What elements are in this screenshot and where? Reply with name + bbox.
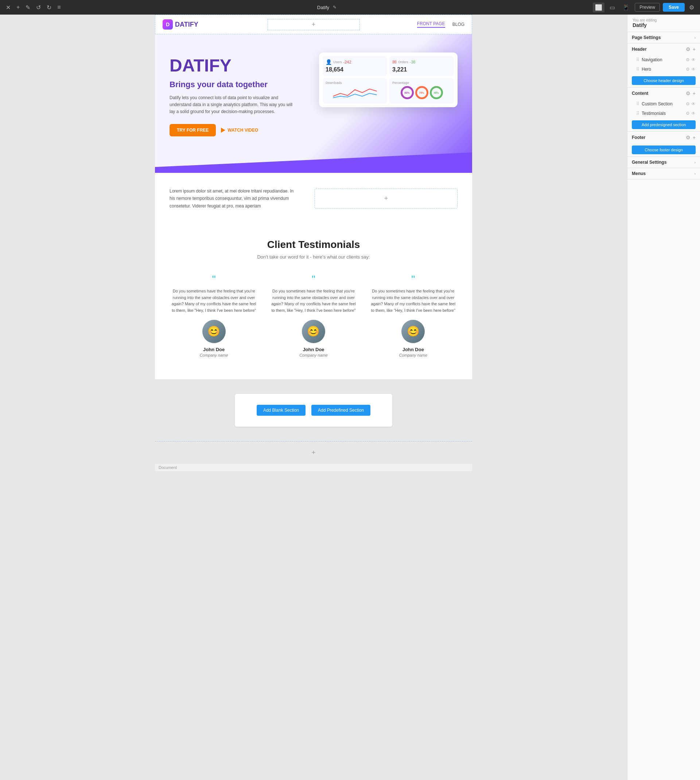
logo-icon: D bbox=[163, 19, 173, 30]
testimonial-company-2: Company name bbox=[269, 353, 358, 357]
sidebar-header-section: Header ⚙ + ⠿ Navigation ⚙ 👁 bbox=[627, 43, 700, 88]
dash-chart-downloads: Downloads bbox=[323, 78, 387, 103]
footer-add-button[interactable]: + bbox=[312, 449, 316, 457]
content-settings-icon[interactable]: ⚙ bbox=[686, 90, 690, 96]
dash-card-users: 👤 Users -242 18,654 bbox=[323, 56, 387, 76]
undo-icon[interactable]: ↺ bbox=[35, 3, 42, 12]
footer-section-header[interactable]: Footer ⚙ + bbox=[627, 132, 700, 143]
toolbar-left: ✕ + ✎ ↺ ↻ ≡ bbox=[4, 3, 62, 12]
main-layout: D DATIFY + FRONT PAGE BLOG DATIFY Brings… bbox=[0, 15, 700, 780]
hero-eye-icon[interactable]: 👁 bbox=[691, 67, 696, 72]
dash-orders-stat: 3,221 bbox=[392, 67, 451, 73]
dash-chart-percentage: Percentage 60% 75% 48% bbox=[389, 78, 454, 103]
testimonials-subtitle: Don't take our word for it - here's what… bbox=[170, 254, 458, 260]
header-add-icon[interactable]: + bbox=[693, 46, 696, 52]
preview-button[interactable]: Preview bbox=[635, 3, 660, 12]
testimonial-text-3: Do you sometimes have the feeling that y… bbox=[369, 288, 458, 313]
general-settings-label: General Settings bbox=[632, 160, 667, 165]
add-predesigned-section-button[interactable]: Add predesigned section bbox=[632, 120, 696, 129]
footer-add-icon[interactable]: + bbox=[693, 135, 696, 140]
content-add-icon[interactable]: + bbox=[693, 90, 696, 96]
testimonial-text-2: Do you sometimes have the feeling that y… bbox=[269, 288, 358, 313]
testimonials-item-label: Testimonials bbox=[642, 111, 666, 116]
page-settings-label: Page Settings bbox=[632, 35, 661, 40]
nav-drag-handle: ⠿ bbox=[636, 57, 640, 62]
footer-label: Footer bbox=[632, 135, 645, 140]
watch-video-button[interactable]: WATCH VIDEO bbox=[221, 128, 258, 133]
choose-footer-design-button[interactable]: Choose footer design bbox=[632, 145, 696, 154]
testimonial-name-1: John Doe bbox=[170, 347, 258, 352]
nav-eye-icon[interactable]: 👁 bbox=[691, 57, 696, 62]
dash-card-orders-header: ✉ Orders -38 bbox=[392, 59, 451, 65]
add-blank-section-button[interactable]: Add Blank Section bbox=[257, 405, 305, 416]
settings-button[interactable]: ⚙ bbox=[688, 3, 696, 12]
donut-purple-value: 60% bbox=[404, 92, 410, 94]
custom-item-label: Custom Section bbox=[642, 102, 673, 107]
menus-header[interactable]: Menus › bbox=[627, 168, 700, 179]
testimonial-name-3: John Doe bbox=[369, 347, 458, 352]
sidebar-item-custom-section[interactable]: ⠿ Custom Section ⚙ 👁 bbox=[627, 99, 700, 109]
dash-card-users-header: 👤 Users -242 bbox=[325, 59, 384, 65]
sidebar-item-hero[interactable]: ⠿ Hero ⚙ 👁 bbox=[627, 65, 700, 74]
choose-header-design-button[interactable]: Choose header design bbox=[632, 76, 696, 85]
hero-drag-handle: ⠿ bbox=[636, 67, 640, 72]
testimonials-eye-icon[interactable]: 👁 bbox=[691, 111, 696, 116]
hero-subtitle: Brings your data together bbox=[170, 80, 293, 89]
custom-section-add-button[interactable]: + bbox=[315, 188, 458, 208]
content-section-header[interactable]: Content ⚙ + bbox=[627, 88, 700, 99]
site-preview: D DATIFY + FRONT PAGE BLOG DATIFY Brings… bbox=[155, 15, 472, 471]
save-button[interactable]: Save bbox=[663, 3, 685, 12]
nav-item-left: ⠿ Navigation bbox=[636, 57, 662, 62]
custom-settings-icon[interactable]: ⚙ bbox=[686, 102, 690, 107]
nav-item-blog[interactable]: BLOG bbox=[452, 22, 465, 27]
hamburger-icon[interactable]: ≡ bbox=[56, 3, 62, 12]
general-settings-header[interactable]: General Settings › bbox=[627, 157, 700, 168]
nav-item-front-page[interactable]: FRONT PAGE bbox=[417, 21, 445, 28]
site-nav: FRONT PAGE BLOG bbox=[417, 21, 465, 28]
testimonials-settings-icon[interactable]: ⚙ bbox=[686, 111, 690, 116]
pencil-icon[interactable]: ✎ bbox=[24, 3, 32, 12]
sidebar-item-navigation[interactable]: ⠿ Navigation ⚙ 👁 bbox=[627, 55, 700, 65]
tablet-view-button[interactable]: ▭ bbox=[607, 3, 617, 12]
desktop-view-button[interactable]: ⬜ bbox=[593, 3, 605, 12]
header-section-header[interactable]: Header ⚙ + bbox=[627, 43, 700, 55]
edit-site-icon[interactable]: ✎ bbox=[332, 3, 338, 11]
mobile-view-button[interactable]: 📱 bbox=[620, 3, 632, 12]
add-icon[interactable]: + bbox=[15, 3, 21, 12]
quote-icon-3: " bbox=[369, 274, 458, 285]
general-settings-chevron: › bbox=[695, 160, 696, 165]
sidebar: You are editing Datify Page Settings › H… bbox=[627, 15, 700, 780]
sidebar-menus-section: Menus › bbox=[627, 168, 700, 179]
site-header: D DATIFY + FRONT PAGE BLOG bbox=[155, 15, 472, 34]
add-predefined-section-button[interactable]: Add Predefined Section bbox=[312, 405, 370, 416]
hero-settings-icon[interactable]: ⚙ bbox=[686, 67, 690, 72]
play-icon bbox=[221, 128, 225, 133]
testimonial-card-2: " Do you sometimes have the feeling that… bbox=[269, 274, 358, 357]
dash-orders-label: Orders bbox=[398, 60, 408, 64]
custom-eye-icon[interactable]: 👁 bbox=[691, 102, 696, 107]
dash-grid: 👤 Users -242 18,654 ✉ Orders -38 bbox=[323, 56, 454, 103]
hero-text: DATIFY Brings your data together Datify … bbox=[170, 56, 293, 137]
sidebar-content-section: Content ⚙ + ⠿ Custom Section ⚙ 👁 bbox=[627, 88, 700, 132]
document-label: Document bbox=[155, 464, 472, 471]
header-label: Header bbox=[632, 47, 647, 52]
avatar-icon-1: 😊 bbox=[207, 325, 220, 337]
page-settings-header[interactable]: Page Settings › bbox=[627, 32, 700, 43]
toolbar: ✕ + ✎ ↺ ↻ ≡ Datify ✎ ⬜ ▭ 📱 Preview Save … bbox=[0, 0, 700, 15]
try-for-free-button[interactable]: TRY FOR FREE bbox=[170, 124, 216, 137]
nav-item-actions: ⚙ 👁 bbox=[686, 57, 696, 62]
header-settings-icon[interactable]: ⚙ bbox=[686, 46, 690, 52]
testimonials-title: Client Testimonials bbox=[170, 239, 458, 250]
testimonial-text-1: Do you sometimes have the feeling that y… bbox=[170, 288, 258, 313]
user-icon: 👤 bbox=[325, 59, 332, 65]
redo-icon[interactable]: ↻ bbox=[45, 3, 53, 12]
testimonials-drag-handle: ⠿ bbox=[636, 111, 640, 116]
nav-add-button[interactable]: + bbox=[268, 19, 360, 30]
menus-label: Menus bbox=[632, 171, 646, 176]
nav-settings-icon[interactable]: ⚙ bbox=[686, 57, 690, 62]
footer-settings-icon[interactable]: ⚙ bbox=[686, 135, 690, 140]
logo-x-icon[interactable]: ✕ bbox=[4, 3, 12, 12]
testimonials-grid: " Do you sometimes have the feeling that… bbox=[170, 274, 458, 357]
dashboard-mockup: 👤 Users -242 18,654 ✉ Orders -38 bbox=[319, 53, 458, 107]
sidebar-item-testimonials[interactable]: ⠿ Testimonials ⚙ 👁 bbox=[627, 109, 700, 118]
